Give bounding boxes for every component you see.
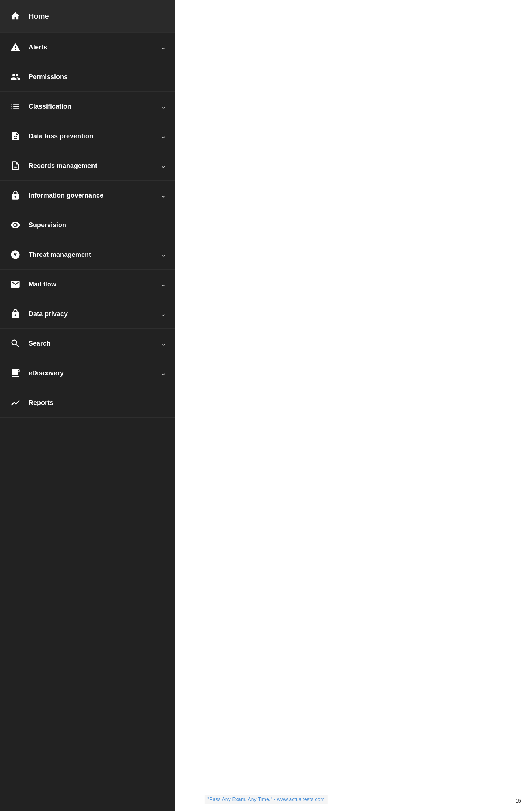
mail-icon: [9, 278, 22, 291]
page-number: 15: [515, 798, 521, 804]
search-icon: [9, 337, 22, 350]
sidebar-item-label: eDiscovery: [29, 369, 161, 377]
main-content: [175, 0, 532, 811]
sidebar-item-label: Records management: [29, 162, 161, 170]
classification-icon: [9, 100, 22, 113]
sidebar-item-label: Data loss prevention: [29, 132, 161, 140]
home-icon: [9, 10, 22, 23]
sidebar-item-classification[interactable]: Classification ⌄: [0, 92, 175, 121]
chevron-down-icon: ⌄: [161, 162, 166, 170]
ediscovery-icon: [9, 367, 22, 380]
watermark: "Pass Any Exam. Any Time." - www.actualt…: [204, 795, 327, 804]
sidebar: Home Alerts ⌄ Permissions Classification…: [0, 0, 175, 811]
sidebar-item-threat-management[interactable]: Threat management ⌄: [0, 240, 175, 270]
sidebar-item-reports[interactable]: Reports: [0, 388, 175, 418]
sidebar-item-search[interactable]: Search ⌄: [0, 329, 175, 358]
chevron-down-icon: ⌄: [161, 369, 166, 377]
chevron-down-icon: ⌄: [161, 43, 166, 51]
records-icon: [9, 159, 22, 172]
chevron-down-icon: ⌄: [161, 280, 166, 288]
sidebar-item-label: Supervision: [29, 221, 166, 229]
alert-icon: [9, 41, 22, 54]
sidebar-item-permissions[interactable]: Permissions: [0, 62, 175, 92]
privacy-icon: [9, 307, 22, 320]
sidebar-item-label: Permissions: [29, 73, 166, 81]
chevron-down-icon: ⌄: [161, 251, 166, 259]
supervision-icon: [9, 218, 22, 232]
dlp-icon: [9, 129, 22, 143]
sidebar-item-information-governance[interactable]: Information governance ⌄: [0, 181, 175, 210]
sidebar-item-label: Data privacy: [29, 310, 161, 318]
watermark-text: "Pass Any Exam. Any Time." - www.actualt…: [207, 796, 324, 802]
sidebar-item-label: Threat management: [29, 251, 161, 259]
sidebar-item-label: Search: [29, 340, 161, 348]
sidebar-item-label: Classification: [29, 103, 161, 110]
sidebar-item-data-loss-prevention[interactable]: Data loss prevention ⌄: [0, 121, 175, 151]
reports-icon: [9, 396, 22, 409]
sidebar-item-records-management[interactable]: Records management ⌄: [0, 151, 175, 181]
sidebar-item-label: Alerts: [29, 44, 161, 51]
chevron-down-icon: ⌄: [161, 102, 166, 110]
chevron-down-icon: ⌄: [161, 132, 166, 140]
sidebar-item-supervision[interactable]: Supervision: [0, 210, 175, 240]
sidebar-item-home[interactable]: Home: [0, 0, 175, 33]
sidebar-item-label: Mail flow: [29, 281, 161, 288]
sidebar-item-label: Home: [29, 12, 166, 20]
sidebar-item-label: Information governance: [29, 192, 161, 199]
chevron-down-icon: ⌄: [161, 310, 166, 318]
sidebar-item-mail-flow[interactable]: Mail flow ⌄: [0, 270, 175, 299]
threat-icon: [9, 248, 22, 261]
sidebar-item-ediscovery[interactable]: eDiscovery ⌄: [0, 358, 175, 388]
sidebar-item-alerts[interactable]: Alerts ⌄: [0, 33, 175, 62]
sidebar-item-data-privacy[interactable]: Data privacy ⌄: [0, 299, 175, 329]
governance-icon: [9, 189, 22, 202]
chevron-down-icon: ⌄: [161, 191, 166, 199]
chevron-down-icon: ⌄: [161, 339, 166, 348]
sidebar-item-label: Reports: [29, 399, 166, 407]
permissions-icon: [9, 70, 22, 83]
